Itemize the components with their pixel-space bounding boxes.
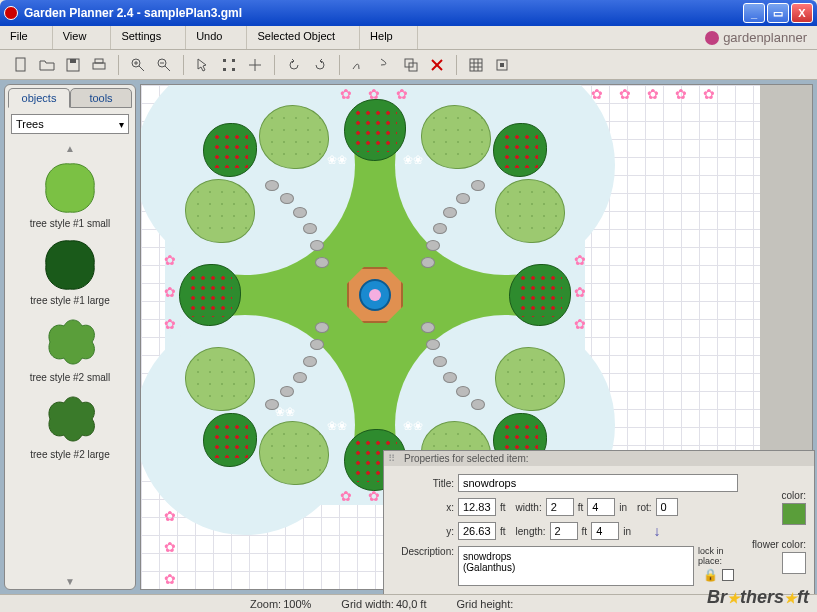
y-input[interactable] [458,522,496,540]
select-corners-icon[interactable] [218,54,240,76]
bush[interactable] [259,421,329,485]
length-in-input[interactable] [591,522,619,540]
close-button[interactable]: X [791,3,813,23]
length-unit: ft [582,526,588,537]
pointer-icon[interactable] [192,54,214,76]
flower-color-swatch[interactable] [782,552,806,574]
width-in-input[interactable] [587,498,615,516]
tree-red[interactable] [344,99,406,161]
bush[interactable] [495,179,565,243]
bush[interactable] [185,347,255,411]
palette-item[interactable]: tree style #1 large [11,233,129,310]
lock-checkbox[interactable] [722,569,734,581]
move-icon[interactable] [244,54,266,76]
zoom-out-icon[interactable] [153,54,175,76]
menu-view[interactable]: View [53,26,112,49]
new-file-icon[interactable] [10,54,32,76]
stone [293,372,307,383]
bush[interactable] [421,105,491,169]
tree-red[interactable] [509,264,571,326]
stone [426,339,440,350]
stone [310,240,324,251]
title-label: Title: [392,478,454,489]
duplicate-icon[interactable] [400,54,422,76]
menu-selected-object[interactable]: Selected Object [247,26,360,49]
save-icon[interactable] [62,54,84,76]
rot-label: rot: [637,502,651,513]
grid-icon[interactable] [465,54,487,76]
palette-scroll-up[interactable]: ▲ [11,140,129,156]
menu-settings[interactable]: Settings [111,26,186,49]
palette-label: tree style #1 large [11,295,129,306]
description-input[interactable]: snowdrops (Galanthus) [458,546,694,586]
flip-h-icon[interactable] [348,54,370,76]
snowdrops-selected[interactable]: ❀❀ [275,405,295,423]
fountain[interactable] [347,267,403,323]
dropdown-value: Trees [16,118,44,130]
color-swatch[interactable] [782,503,806,525]
x-input[interactable] [458,498,496,516]
length-ft-input[interactable] [550,522,578,540]
svg-rect-22 [470,59,482,71]
rotate-arrow-icon[interactable]: ↓ [645,523,669,539]
bush[interactable] [495,347,565,411]
stone [315,257,329,268]
length-label: length: [516,526,546,537]
tree-red[interactable] [179,264,241,326]
zoom-in-icon[interactable] [127,54,149,76]
tree-red[interactable] [203,413,257,467]
flip-v-icon[interactable] [374,54,396,76]
stone [421,257,435,268]
brand-label: gardenplanner [723,30,807,45]
title-input[interactable] [458,474,738,492]
drag-grip-icon[interactable]: ⠿ [388,453,398,464]
snap-icon[interactable] [491,54,513,76]
stone [443,372,457,383]
open-file-icon[interactable] [36,54,58,76]
width-in-unit: in [619,502,627,513]
print-icon[interactable] [88,54,110,76]
properties-panel: ⠿ Properties for selected item: Title: x… [383,450,815,608]
stone [303,223,317,234]
tree-red[interactable] [493,123,547,177]
palette-item[interactable]: tree style #2 large [11,387,129,464]
stone [315,322,329,333]
rot-input[interactable] [656,498,678,516]
stone [433,223,447,234]
rotate-right-icon[interactable] [309,54,331,76]
stone [426,240,440,251]
tab-objects[interactable]: objects [8,88,70,108]
properties-header[interactable]: ⠿ Properties for selected item: [384,451,814,466]
lock-icon[interactable]: 🔒 [703,568,718,582]
minimize-button[interactable]: _ [743,3,765,23]
menu-undo[interactable]: Undo [186,26,247,49]
svg-line-6 [139,66,144,71]
width-ft-input[interactable] [546,498,574,516]
tab-tools[interactable]: tools [70,88,132,108]
palette-item[interactable]: tree style #1 small [11,156,129,233]
stone [280,193,294,204]
snowdrops[interactable]: ❀❀ [327,419,347,437]
menubar: File View Settings Undo Selected Object … [0,26,817,50]
bush[interactable] [259,105,329,169]
menu-file[interactable]: File [0,26,53,49]
palette-scroll-down[interactable]: ▼ [11,573,129,589]
menu-help[interactable]: Help [360,26,418,49]
tree-red[interactable] [203,123,257,177]
palette-label: tree style #1 small [11,218,129,229]
bush[interactable] [185,179,255,243]
delete-icon[interactable] [426,54,448,76]
category-dropdown[interactable]: Trees [11,114,129,134]
properties-title: Properties for selected item: [404,453,529,464]
snowdrops[interactable]: ❀❀ [403,153,423,171]
snowdrops[interactable]: ❀❀ [327,153,347,171]
svg-rect-2 [70,59,76,63]
y-unit: ft [500,526,506,537]
snowdrops[interactable]: ❀❀ [403,419,423,437]
length-in-unit: in [623,526,631,537]
flower-icon [705,31,719,45]
palette-item[interactable]: tree style #2 small [11,310,129,387]
stone [456,386,470,397]
rotate-left-icon[interactable] [283,54,305,76]
maximize-button[interactable]: ▭ [767,3,789,23]
